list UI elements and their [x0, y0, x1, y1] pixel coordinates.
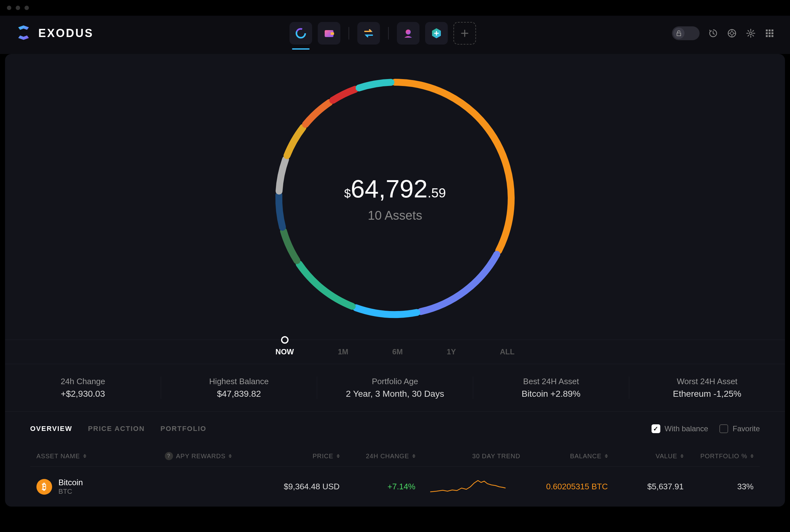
- app-logo: EXODUS: [15, 24, 94, 42]
- td-change24h: +7.14%: [340, 482, 415, 492]
- td-price: $9,364.48 USD: [258, 482, 340, 492]
- svg-rect-10: [771, 30, 773, 32]
- filter-label: Favorite: [733, 424, 760, 433]
- app-name: EXODUS: [38, 27, 94, 40]
- svg-rect-15: [769, 35, 771, 37]
- asset-cell: ₿ Bitcoin BTC: [36, 478, 165, 496]
- svg-rect-12: [769, 32, 771, 34]
- table-row[interactable]: ₿ Bitcoin BTC $9,364.48 USD +7.14% 0.602…: [30, 467, 760, 507]
- stat-age: Portfolio Age 2 Year, 3 Month, 30 Days: [317, 377, 473, 399]
- stat-best: Best 24H Asset Bitcoin +2.89%: [473, 377, 629, 399]
- bitcoin-icon: ₿: [36, 479, 52, 495]
- svg-point-7: [750, 32, 752, 35]
- nav-apps[interactable]: [425, 22, 448, 44]
- th-portfolio-pct[interactable]: PORTFOLIO %: [683, 453, 754, 460]
- window-close-dot[interactable]: [7, 6, 11, 10]
- help-icon[interactable]: [727, 28, 737, 39]
- filter-with-balance[interactable]: With balance: [652, 424, 708, 433]
- th-asset-name[interactable]: ASSET NAME: [36, 453, 165, 460]
- nav-profile[interactable]: [397, 22, 419, 44]
- stat-label: 24h Change: [5, 377, 161, 386]
- nav-portfolio[interactable]: [289, 22, 312, 44]
- stat-value: Ethereum -1,25%: [629, 389, 785, 399]
- donut-icon: [295, 27, 307, 40]
- stat-label: Portfolio Age: [317, 377, 473, 386]
- right-controls: [672, 26, 775, 40]
- help-icon: ?: [165, 452, 173, 460]
- tab-overview[interactable]: OVERVIEW: [30, 425, 72, 433]
- stat-24h-change: 24h Change +$2,930.03: [5, 377, 161, 399]
- window-maximize-dot[interactable]: [24, 6, 29, 10]
- balance-main: 64,792: [351, 174, 428, 203]
- total-balance: $ 64,792 .59: [344, 174, 446, 203]
- stat-label: Best 24H Asset: [473, 377, 629, 386]
- td-portfolio-pct: 33%: [683, 482, 754, 492]
- nav-divider: [388, 27, 389, 40]
- tab-price-action[interactable]: PRICE ACTION: [88, 425, 145, 433]
- stat-value: 2 Year, 3 Month, 30 Days: [317, 389, 473, 399]
- svg-rect-16: [771, 35, 773, 37]
- nav-divider: [349, 27, 349, 40]
- nav-wallet[interactable]: [318, 22, 340, 44]
- th-change24h[interactable]: 24H CHANGE: [340, 453, 415, 460]
- sort-icon: [337, 454, 340, 458]
- portfolio-donut: $ 64,792 .59 10 Assets: [5, 73, 785, 324]
- nav-add[interactable]: [453, 22, 476, 44]
- th-value[interactable]: VALUE: [608, 453, 683, 460]
- window-controls: [0, 0, 790, 16]
- sort-icon: [83, 454, 86, 458]
- sort-icon: [229, 454, 232, 458]
- timeframe-6m[interactable]: 6M: [392, 347, 402, 356]
- asset-name: Bitcoin: [58, 478, 83, 488]
- assets-table-section: OVERVIEW PRICE ACTION PORTFOLIO With bal…: [5, 412, 785, 507]
- svg-rect-14: [766, 35, 768, 37]
- history-icon[interactable]: [708, 28, 718, 39]
- filter-favorite[interactable]: Favorite: [719, 424, 760, 433]
- sort-icon: [605, 454, 608, 458]
- filter-group: With balance Favorite: [652, 424, 760, 433]
- svg-rect-13: [771, 32, 773, 34]
- grid-icon[interactable]: [764, 28, 775, 39]
- asset-ticker: BTC: [58, 488, 83, 496]
- svg-point-6: [730, 32, 733, 35]
- table-tabs: OVERVIEW PRICE ACTION PORTFOLIO With bal…: [30, 424, 760, 433]
- td-trend: [415, 476, 520, 497]
- nav-exchange[interactable]: [357, 22, 380, 44]
- stat-label: Highest Balance: [161, 377, 317, 386]
- th-price[interactable]: PRICE: [258, 453, 340, 460]
- window-minimize-dot[interactable]: [16, 6, 20, 10]
- tab-group: OVERVIEW PRICE ACTION PORTFOLIO: [30, 425, 206, 433]
- svg-rect-3: [331, 32, 334, 35]
- tab-portfolio[interactable]: PORTFOLIO: [161, 425, 206, 433]
- th-apy[interactable]: ? APY REWARDS: [165, 452, 258, 460]
- td-value: $5,637.91: [608, 482, 683, 492]
- plus-icon: [460, 29, 469, 38]
- stat-highest: Highest Balance $47,839.82: [161, 377, 317, 399]
- svg-rect-11: [766, 32, 768, 34]
- timeframe-all[interactable]: ALL: [500, 347, 515, 356]
- lock-toggle[interactable]: [672, 26, 700, 40]
- sort-icon: [680, 454, 683, 458]
- main-nav: [289, 22, 476, 44]
- profile-icon: [402, 27, 414, 39]
- timeframe-now[interactable]: NOW: [275, 347, 294, 356]
- stat-value: +$2,930.03: [5, 389, 161, 399]
- hexagon-plus-icon: [430, 27, 443, 40]
- td-balance: 0.60205315 BTC: [520, 482, 608, 492]
- checkbox-icon: [719, 424, 728, 433]
- portfolio-stats: 24h Change +$2,930.03 Highest Balance $4…: [5, 364, 785, 412]
- th-balance[interactable]: BALANCE: [520, 453, 608, 460]
- stat-value: Bitcoin +2.89%: [473, 389, 629, 399]
- svg-rect-9: [769, 30, 771, 32]
- assets-count: 10 Assets: [344, 208, 446, 223]
- balance-currency: $: [344, 187, 351, 200]
- swap-icon: [362, 27, 375, 40]
- timeframe-1m[interactable]: 1M: [338, 347, 348, 356]
- sort-icon: [750, 454, 754, 458]
- settings-icon[interactable]: [746, 28, 756, 39]
- filter-label: With balance: [665, 424, 708, 433]
- timeframe-1y[interactable]: 1Y: [447, 347, 456, 356]
- svg-rect-8: [766, 30, 768, 32]
- donut-center: $ 64,792 .59 10 Assets: [344, 174, 446, 223]
- topbar: EXODUS: [0, 16, 790, 54]
